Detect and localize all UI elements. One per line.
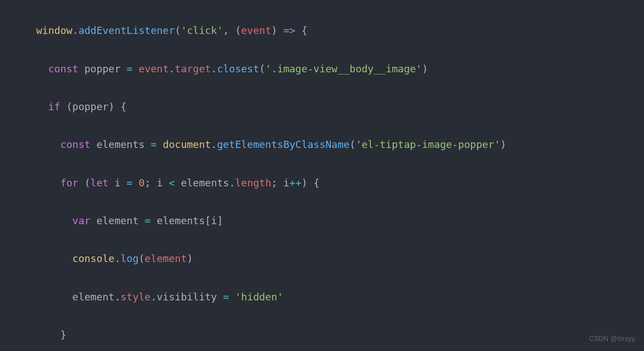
token-keyword: const <box>48 63 78 75</box>
token-function: addEventListener <box>78 24 175 36</box>
token-param: event <box>241 24 271 36</box>
watermark-text: CSDN @ttxsyy <box>589 333 635 345</box>
token-string: 'click' <box>181 24 223 36</box>
code-line: for (let i = 0; i < elements.length; i++… <box>0 174 644 192</box>
code-line: const elements = document.getElementsByC… <box>0 135 644 154</box>
code-block: window.addEventListener('click', (event)… <box>0 0 644 351</box>
code-line: window.addEventListener('click', (event)… <box>0 21 644 40</box>
code-line: } <box>0 325 644 344</box>
code-line: var element = elements[i] <box>0 211 644 230</box>
code-line: if (popper) { <box>0 97 644 116</box>
code-line: element.style.visibility = 'hidden' <box>0 288 644 306</box>
code-line: const popper = event.target.closest('.im… <box>0 60 644 78</box>
code-line: console.log(element) <box>0 249 644 268</box>
token-object: window <box>36 24 72 36</box>
